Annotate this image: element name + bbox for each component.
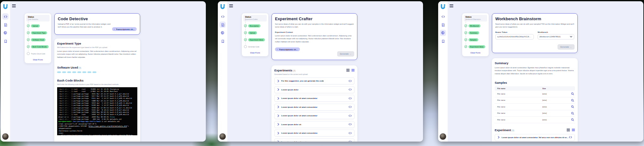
experiment-row[interactable]: Lorem ipsum dolor sit amet consectetur. … [495, 134, 575, 141]
user-avatar[interactable] [2, 133, 9, 140]
status-header: Status Code Detective [26, 15, 50, 21]
nav-document-icon[interactable] [219, 21, 226, 28]
terminal-output[interactable]: -rw-r--r-- 1 root root 35000 Jul 25 10:0… [57, 87, 137, 135]
code-icon[interactable] [349, 132, 352, 134]
chevron-right-icon[interactable] [277, 80, 279, 82]
close-icon[interactable]: ✕ [277, 48, 278, 51]
table-row[interactable]: File name [size] [495, 104, 575, 110]
software-chip[interactable] [82, 71, 86, 73]
search-icon[interactable] [571, 118, 574, 121]
table-row[interactable]: File name [size] [495, 91, 575, 97]
code-icon[interactable] [349, 80, 352, 82]
experiment-row[interactable]: Lorem ipsum dolor sit amet [274, 138, 355, 142]
step-label: Generate Code [248, 46, 259, 48]
code-icon[interactable] [349, 140, 352, 142]
table-row[interactable]: File name [size] [495, 110, 575, 117]
grid-view-icon[interactable] [346, 69, 349, 72]
experiment-row[interactable]: Lorem ipsum dolor sit amet consectetur. [274, 130, 355, 137]
clear-form-link[interactable]: Clear Form [243, 52, 267, 54]
code-icon[interactable] [349, 106, 352, 108]
step-label: Workbench [468, 24, 480, 27]
code-icon[interactable] [349, 114, 352, 117]
clear-form-link[interactable]: Clear Form [26, 59, 50, 61]
experiment-row[interactable]: Lorem ipsum dolor sit amet consectetur [274, 104, 355, 111]
search-icon[interactable] [571, 112, 574, 115]
page-description: Need some ideas of what you can do with … [495, 23, 574, 29]
chevron-right-icon[interactable] [277, 123, 279, 126]
page-description: Upload a PDF of an 'omics journal int th… [58, 23, 112, 29]
experiment-type-subtitle: We'll determine the experiment type base… [57, 46, 137, 48]
chevron-right-icon[interactable] [277, 106, 279, 108]
experiment-row[interactable]: Lorem ipsum dolor sit amet consectetur [274, 112, 355, 119]
code-icon[interactable] [349, 88, 352, 91]
nav-document-icon[interactable] [2, 21, 9, 28]
file-name-cell: File name [496, 119, 542, 121]
software-chip[interactable] [57, 71, 61, 73]
chevron-right-icon[interactable] [277, 97, 279, 100]
menu-icon[interactable] [229, 4, 233, 7]
nav-bookmark-icon[interactable] [440, 38, 446, 44]
experiments-card: Experiments(9) Generated based on the co… [271, 65, 357, 142]
chevron-right-icon[interactable] [277, 132, 279, 135]
list-view-icon[interactable] [351, 69, 355, 72]
page-title: Workbench Brainstorm [495, 16, 574, 21]
nav-sphere-icon[interactable] [440, 30, 446, 36]
experiment-row[interactable]: Lorem ipsum dolor sit [274, 121, 355, 128]
table-row[interactable]: File name [size] [495, 117, 575, 123]
search-icon[interactable] [571, 92, 574, 95]
software-chip[interactable] [87, 71, 91, 73]
software-chip[interactable] [67, 71, 71, 73]
experiment-row[interactable]: For this suggestion, you can generate th… [274, 77, 355, 84]
step-label: Experiment Type [31, 31, 47, 34]
check-icon [464, 31, 467, 34]
generate-button[interactable]: Generate → [558, 44, 575, 50]
user-avatar[interactable] [439, 133, 446, 140]
clear-form-link[interactable]: Clear Form [464, 52, 487, 54]
file-name-cell: File name [496, 112, 542, 114]
chevron-right-icon[interactable] [277, 88, 279, 91]
chevron-right-icon[interactable] [277, 140, 279, 142]
menu-icon[interactable] [450, 4, 453, 7]
check-icon [464, 24, 467, 27]
list-view-icon[interactable] [572, 128, 575, 131]
chevron-right-icon[interactable] [498, 136, 500, 139]
transcriptomic-chip[interactable]: ✕ Transcriptomic ch... [112, 27, 137, 31]
bearer-token-input[interactable]: eyJhbGciOiJIUzI1NiIsInR5cCI6IkpXVCJ9.eyJ… [495, 34, 534, 40]
software-chip[interactable] [77, 71, 81, 73]
panel-code-detective: Status Code Detective Upload Experiment … [0, 0, 215, 146]
content-area: Status Code Detective Upload Experiment … [10, 1, 206, 142]
nav-bookmark-icon[interactable] [219, 38, 226, 44]
grid-view-icon[interactable] [567, 128, 570, 131]
menu-icon[interactable] [12, 4, 16, 7]
software-chip[interactable] [62, 71, 66, 73]
table-row[interactable]: File name [size] [495, 97, 575, 104]
close-icon[interactable]: ✕ [114, 28, 115, 30]
status-steps: Upload Experiment Type Software Used Bas… [26, 22, 50, 57]
nav-sphere-icon[interactable] [2, 30, 9, 36]
search-icon[interactable] [571, 99, 574, 102]
nav-document-icon[interactable] [440, 21, 446, 28]
nav-bookmark-icon[interactable] [2, 38, 9, 44]
experiment-row[interactable]: Lorem ipsum dolor [274, 86, 355, 93]
status-subtitle: Workbench Brainstorm [465, 19, 486, 20]
status-title: Status [245, 16, 265, 18]
experiment-count: (9) [512, 129, 514, 131]
user-avatar[interactable] [219, 133, 226, 140]
software-chip[interactable] [72, 71, 76, 73]
code-icon[interactable] [349, 97, 352, 100]
chevron-right-icon[interactable] [277, 114, 279, 117]
transcriptomic-chip[interactable]: ✕ Transcriptomic ch... [275, 47, 300, 51]
chip-label: Transcriptomic ch... [116, 28, 134, 30]
nav-code-icon[interactable] [440, 13, 446, 20]
code-icon[interactable] [569, 136, 572, 138]
generate-button[interactable]: Generate → [337, 51, 355, 57]
nav-code-icon[interactable] [2, 13, 9, 20]
software-chip[interactable] [92, 71, 96, 73]
nav-code-icon[interactable] [219, 13, 226, 20]
nav-sphere-icon[interactable] [219, 30, 226, 36]
code-icon[interactable] [349, 123, 352, 125]
workbench-select[interactable]: [Workbench-12345678910] [538, 34, 574, 40]
bearer-token-value: eyJhbGciOiJIUzI1NiIsInR5cCI6IkpXVCJ9.eyJ… [497, 36, 532, 38]
experiment-row[interactable]: Lorem ipsum dolor sit amet consectetur [274, 95, 355, 102]
search-icon[interactable] [571, 105, 574, 108]
